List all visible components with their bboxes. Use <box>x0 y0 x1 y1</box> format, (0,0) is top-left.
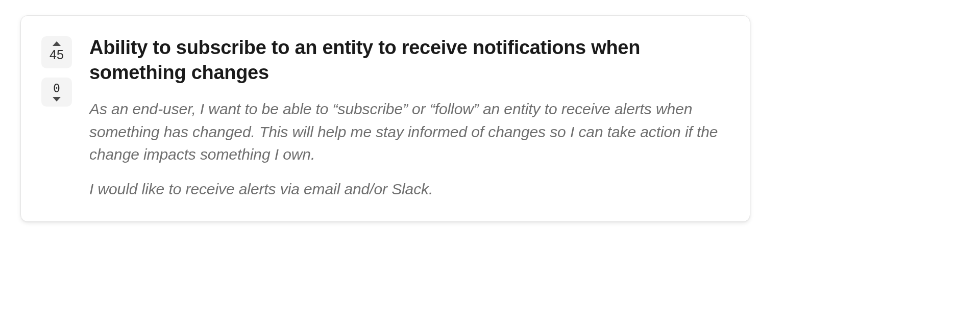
caret-down-icon <box>53 97 61 101</box>
downvote-button[interactable]: 0 <box>41 78 72 107</box>
card-body-paragraph: As an end-user, I want to be able to “su… <box>89 98 725 166</box>
card-body-paragraph: I would like to receive alerts via email… <box>89 178 725 200</box>
card-title: Ability to subscribe to an entity to rec… <box>89 35 725 85</box>
feature-request-card: 45 0 Ability to subscribe to an entity t… <box>20 15 750 222</box>
caret-up-icon <box>53 41 61 46</box>
downvote-count: 0 <box>53 82 60 96</box>
card-content: Ability to subscribe to an entity to rec… <box>89 35 725 201</box>
upvote-button[interactable]: 45 <box>41 36 72 68</box>
vote-column: 45 0 <box>41 35 72 107</box>
upvote-count: 45 <box>50 47 64 62</box>
